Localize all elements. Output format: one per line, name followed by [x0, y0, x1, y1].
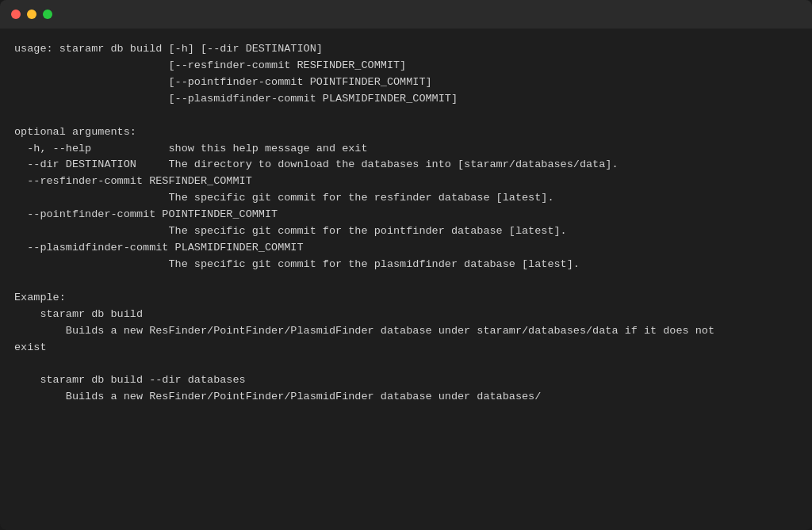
terminal-content: usage: staramr db build [-h] [--dir DEST…: [0, 29, 812, 530]
title-bar: [0, 0, 812, 29]
maximize-button[interactable]: [43, 10, 52, 19]
terminal-window: usage: staramr db build [-h] [--dir DEST…: [0, 0, 812, 530]
close-button[interactable]: [11, 10, 21, 19]
traffic-lights: [11, 10, 52, 19]
minimize-button[interactable]: [27, 10, 36, 19]
